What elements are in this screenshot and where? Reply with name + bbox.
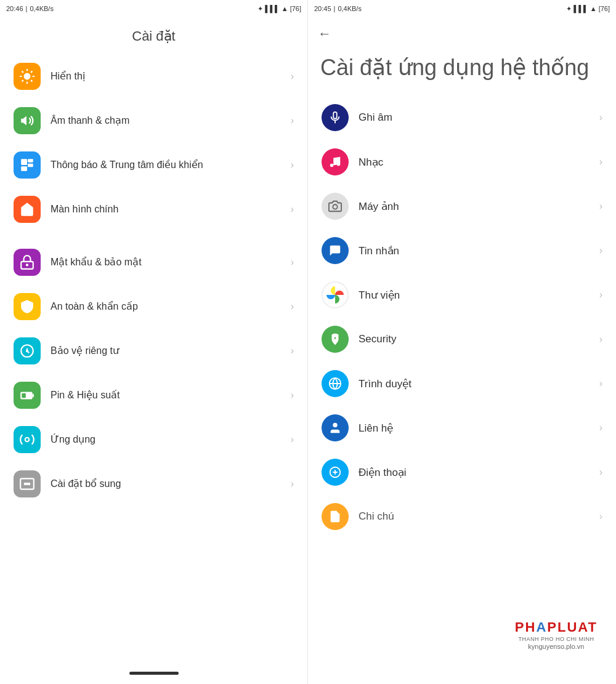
left-bluetooth-icon: ✦ xyxy=(257,5,263,13)
pin-label: Pin & Hiệu suất xyxy=(51,389,291,402)
am-thanh-chevron: › xyxy=(291,115,294,126)
left-time: 20:46 xyxy=(6,5,23,12)
settings-item-bao-ve[interactable]: Bảo vệ riêng tư › xyxy=(6,329,301,373)
dien-thoai-chevron: › xyxy=(599,467,602,478)
man-hinh-icon xyxy=(14,196,41,223)
svg-rect-1 xyxy=(21,159,27,165)
app-item-dien-thoai[interactable]: Điện thoại › xyxy=(314,450,610,494)
left-status-right: ✦ ▌▌▌ ▲ [76] xyxy=(257,5,301,13)
right-wifi-icon: ▲ xyxy=(590,5,597,12)
app-item-ghi-am[interactable]: Ghi âm › xyxy=(314,95,610,140)
right-battery: [76] xyxy=(599,5,610,12)
trinh-duyet-chevron: › xyxy=(599,378,602,389)
app-item-thu-vien[interactable]: Thư viện › xyxy=(314,273,610,317)
ung-dung-icon xyxy=(14,426,41,453)
settings-item-pin[interactable]: Pin & Hiệu suất › xyxy=(6,373,301,417)
settings-list: Hiển thị › Âm thanh & chạm › Thông báo &… xyxy=(0,54,307,662)
settings-item-man-hinh[interactable]: Màn hình chính › xyxy=(6,187,301,231)
svg-point-13 xyxy=(26,483,28,485)
svg-rect-3 xyxy=(28,164,33,167)
thu-vien-chevron: › xyxy=(599,289,602,300)
right-bluetooth-icon: ✦ xyxy=(566,5,572,13)
svg-rect-10 xyxy=(22,393,26,398)
security-label: Security xyxy=(359,333,599,345)
settings-item-mat-khau[interactable]: Mật khẩu & bảo mật › xyxy=(6,240,301,284)
left-panel: 20:46 | 0,4KB/s ✦ ▌▌▌ ▲ [76] Cài đặt Hiể… xyxy=(0,0,308,684)
app-item-nhac[interactable]: Nhạc › xyxy=(314,140,610,184)
app-item-tin-nhan[interactable]: Tin nhắn › xyxy=(314,228,610,273)
right-panel-header: ← xyxy=(308,17,616,48)
hien-thi-chevron: › xyxy=(291,71,294,82)
back-button[interactable]: ← xyxy=(318,23,336,44)
dien-thoai-label: Điện thoại xyxy=(359,466,599,479)
left-status-left: 20:46 | 0,4KB/s xyxy=(6,5,54,12)
svg-point-14 xyxy=(28,483,30,485)
left-data-speed: | xyxy=(26,5,28,12)
app-item-may-anh[interactable]: Máy ảnh › xyxy=(314,184,610,228)
tin-nhan-label: Tin nhắn xyxy=(359,244,599,257)
app-item-trinh-duyet[interactable]: Trình duyệt › xyxy=(314,361,610,406)
ghi-am-label: Ghi âm xyxy=(359,111,599,124)
svg-point-19 xyxy=(337,163,341,166)
hien-thi-label: Hiển thị xyxy=(51,70,291,83)
cai-dat-bo-sung-label: Cài đặt bổ sung xyxy=(51,478,291,491)
left-wifi-icon: ▲ xyxy=(282,5,288,12)
settings-item-an-toan[interactable]: An toàn & khẩn cấp › xyxy=(6,284,301,329)
svg-point-11 xyxy=(25,438,30,442)
left-bottom-indicator xyxy=(129,672,179,675)
trinh-duyet-label: Trình duyệt xyxy=(359,377,599,390)
right-data: 0,4KB/s xyxy=(338,5,362,12)
nhac-label: Nhạc xyxy=(359,156,599,169)
left-data: 0,4KB/s xyxy=(30,5,54,12)
am-thanh-label: Âm thanh & chạm xyxy=(51,115,291,127)
app-item-lien-he[interactable]: Liên hệ › xyxy=(314,406,610,450)
pin-chevron: › xyxy=(291,390,294,401)
hien-thi-icon xyxy=(14,63,41,90)
dien-thoai-icon xyxy=(322,459,349,486)
thong-bao-chevron: › xyxy=(291,159,294,171)
chi-chu-label: Chi chú xyxy=(359,510,599,523)
settings-item-ung-dung[interactable]: Ứng dụng › xyxy=(6,417,301,462)
right-bottom-bar xyxy=(308,662,616,684)
tin-nhan-icon xyxy=(322,237,349,264)
settings-item-hien-thi[interactable]: Hiển thị › xyxy=(6,54,301,99)
chi-chu-chevron: › xyxy=(599,511,602,522)
bao-ve-chevron: › xyxy=(291,345,294,356)
ghi-am-icon xyxy=(322,104,349,131)
nhac-icon xyxy=(322,148,349,175)
man-hinh-label: Màn hình chính xyxy=(51,203,291,216)
left-bottom-bar xyxy=(0,662,307,684)
svg-point-12 xyxy=(25,483,26,485)
svg-point-0 xyxy=(24,73,31,80)
trinh-duyet-icon xyxy=(322,370,349,397)
am-thanh-icon xyxy=(14,107,41,134)
security-icon xyxy=(322,326,349,353)
an-toan-label: An toàn & khẩn cấp xyxy=(51,300,291,313)
left-panel-title: Cài đặt xyxy=(0,17,307,54)
lien-he-chevron: › xyxy=(599,422,602,433)
app-item-security[interactable]: Security › xyxy=(314,317,610,361)
lien-he-label: Liên hệ xyxy=(359,422,599,435)
settings-item-thong-bao[interactable]: Thông báo & Trung tâm điều khiển › xyxy=(6,143,301,187)
cai-dat-bo-sung-chevron: › xyxy=(291,478,294,489)
may-anh-chevron: › xyxy=(599,201,602,212)
may-anh-icon xyxy=(322,193,349,220)
pin-icon xyxy=(14,382,41,409)
man-hinh-chevron: › xyxy=(291,204,294,215)
settings-item-cai-dat-bo-sung[interactable]: Cài đặt bổ sung › xyxy=(6,462,301,506)
thu-vien-label: Thư viện xyxy=(359,289,599,302)
right-signal-icon: ▌▌▌ xyxy=(573,5,588,12)
cai-dat-bo-sung-icon xyxy=(14,470,41,497)
left-status-bar: 20:46 | 0,4KB/s ✦ ▌▌▌ ▲ [76] xyxy=(0,0,307,17)
bao-ve-label: Bảo vệ riêng tư xyxy=(51,345,291,358)
settings-item-am-thanh[interactable]: Âm thanh & chạm › xyxy=(6,99,301,143)
right-time: 20:45 xyxy=(314,5,331,12)
thu-vien-icon xyxy=(322,281,349,308)
svg-point-8 xyxy=(26,350,28,352)
an-toan-icon xyxy=(14,293,41,320)
svg-point-21 xyxy=(334,337,336,340)
chi-chu-icon xyxy=(322,503,349,530)
right-status-left: 20:45 | 0,4KB/s xyxy=(314,5,362,12)
app-list: Ghi âm › Nhạc › Máy ảnh › Tin nhắn › xyxy=(308,95,616,662)
app-item-chi-chu[interactable]: Chi chú › xyxy=(314,494,610,539)
